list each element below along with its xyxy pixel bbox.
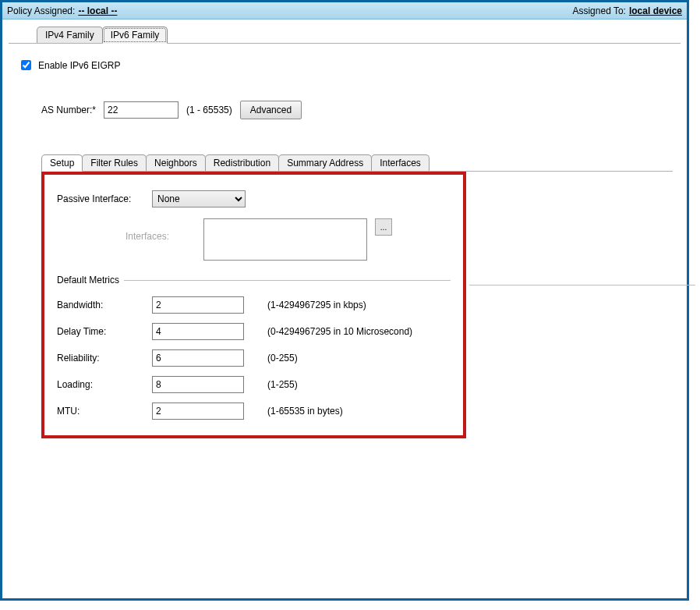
enable-ipv6-eigrp-checkbox[interactable] <box>21 60 31 70</box>
setup-panel: Passive Interface: None Interfaces: ... <box>41 171 673 438</box>
tab-ipv4-family[interactable]: IPv4 Family <box>37 27 103 43</box>
default-metrics-divider <box>124 280 451 281</box>
interfaces-label: Interfaces: <box>126 218 203 242</box>
bandwidth-label: Bandwidth: <box>57 300 152 310</box>
family-tabs: IPv4 Family IPv6 Family <box>9 24 681 43</box>
advanced-button[interactable]: Advanced <box>240 101 302 119</box>
tab-setup[interactable]: Setup <box>41 154 83 172</box>
setup-highlight-box: Passive Interface: None Interfaces: ... <box>41 172 466 438</box>
assigned-to-label: Assigned To: <box>572 5 626 16</box>
passive-interface-select[interactable]: None <box>152 190 246 207</box>
tab-neighbors[interactable]: Neighbors <box>146 154 206 171</box>
tab-redistribution[interactable]: Redistribution <box>205 154 279 171</box>
as-number-label: AS Number:* <box>41 105 96 115</box>
tab-filter-rules[interactable]: Filter Rules <box>82 154 147 171</box>
enable-ipv6-eigrp-label: Enable IPv6 EIGRP <box>38 60 120 71</box>
mtu-label: MTU: <box>57 406 152 417</box>
default-metrics-label: Default Metrics <box>57 275 124 285</box>
title-bar: Policy Assigned: -- local -- Assigned To… <box>2 2 687 20</box>
mtu-hint: (1-65535 in bytes) <box>267 406 343 417</box>
bandwidth-hint: (1-4294967295 in kbps) <box>267 300 366 310</box>
tab-summary-address[interactable]: Summary Address <box>278 154 372 171</box>
as-number-range: (1 - 65535) <box>186 105 232 115</box>
delay-time-label: Delay Time: <box>57 326 152 337</box>
interfaces-browse-button[interactable]: ... <box>375 218 392 236</box>
loading-hint: (1-255) <box>267 379 298 390</box>
bandwidth-input[interactable] <box>152 296 244 314</box>
assigned-to-link[interactable]: local device <box>629 5 682 16</box>
reliability-label: Reliability: <box>57 353 152 364</box>
policy-window: Policy Assigned: -- local -- Assigned To… <box>0 0 689 601</box>
reliability-input[interactable] <box>152 349 244 367</box>
delay-time-input[interactable] <box>152 323 244 340</box>
default-metrics-divider-ext <box>469 285 695 285</box>
ipv6-family-panel: Enable IPv6 EIGRP AS Number:* (1 - 65535… <box>9 43 681 438</box>
policy-assigned-label: Policy Assigned: <box>7 5 75 16</box>
eigrp-inner-tabs: Setup Filter Rules Neighbors Redistribut… <box>41 152 673 171</box>
loading-label: Loading: <box>57 379 152 390</box>
policy-assigned-link[interactable]: -- local -- <box>78 5 117 16</box>
interfaces-listbox[interactable] <box>203 218 367 261</box>
tab-ipv6-family[interactable]: IPv6 Family <box>102 27 168 44</box>
loading-input[interactable] <box>152 376 244 393</box>
passive-interface-label: Passive Interface: <box>57 193 152 204</box>
reliability-hint: (0-255) <box>267 353 298 364</box>
delay-time-hint: (0-4294967295 in 10 Microsecond) <box>267 326 412 337</box>
mtu-input[interactable] <box>152 403 244 420</box>
as-number-input[interactable] <box>104 101 179 119</box>
tab-interfaces[interactable]: Interfaces <box>371 154 430 171</box>
